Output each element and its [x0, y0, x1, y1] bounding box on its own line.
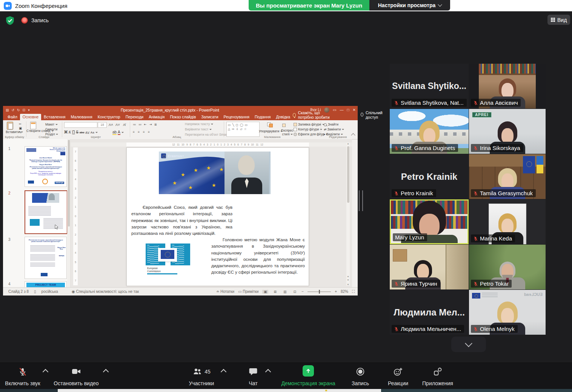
shrink-font-icon: A˅	[115, 122, 120, 127]
apps-button[interactable]: Приложения	[418, 367, 457, 386]
tab-home: Основне	[20, 114, 41, 120]
share-screen-icon	[303, 365, 314, 377]
muted-mic-icon	[473, 145, 478, 151]
view-button[interactable]: Вид	[547, 15, 570, 25]
chat-button[interactable]: Чат	[241, 367, 265, 386]
shared-screen-scroll-handle[interactable]	[359, 190, 363, 211]
participant-name-label: Petro Tokar	[471, 280, 512, 288]
mic-muted-icon	[18, 367, 27, 376]
thumbnail-scrollbar[interactable]	[67, 139, 70, 288]
muted-mic-icon	[473, 191, 478, 196]
align-text-button: Вирівняти текст	[185, 127, 212, 131]
unmute-button[interactable]: Включить звук	[3, 367, 42, 386]
participants-button[interactable]: 45 Участники	[184, 367, 219, 386]
participants-icon	[192, 368, 202, 376]
participant-tile-petro-tokar[interactable]: Petro Tokar	[469, 245, 546, 289]
chat-options-chevron[interactable]	[265, 369, 271, 375]
t3-side1: Модуль Жана Моне	[57, 247, 66, 250]
clear-format-icon: A̸	[123, 122, 125, 127]
aprei-badge: APREI	[472, 112, 492, 118]
zoom-slider	[308, 291, 331, 292]
zoom-out-icon: −	[301, 289, 304, 294]
replace-button: ⇄ Замінити	[324, 127, 344, 131]
shared-screen-powerpoint: ▤↺↻⊡▾ Презентація_25травня_круглий стіл.…	[3, 106, 358, 296]
more-participants-button[interactable]	[451, 337, 486, 352]
jean-monnet-portrait	[224, 152, 269, 194]
cut-icon: ✂	[19, 122, 22, 126]
t3-zunu-logo	[41, 273, 48, 276]
thumb-number-2: 2	[8, 191, 11, 195]
share-screen-button[interactable]: Демонстрация экрана	[278, 367, 339, 386]
participant-tile-petro-krainik[interactable]: Petro Krainik Petro Krainik	[390, 154, 469, 199]
desktop-sliver-window	[58, 389, 381, 392]
view-button-label: Вид	[557, 17, 567, 23]
participant-tile-olena-melnyk[interactable]: EUCLead Olena Melnyk	[469, 290, 546, 335]
participant-name-label: Marina Keda	[471, 234, 515, 242]
font-color-buttons: ab A	[112, 130, 124, 134]
slide-sorter-icon: ⊞	[272, 290, 278, 294]
thumb-number-4: 4	[8, 282, 11, 286]
video-options-chevron[interactable]	[103, 369, 109, 375]
slide-thumbnail-3: «Регіональна інтеграція: європейський бе…	[25, 237, 67, 279]
record-icon	[356, 367, 365, 376]
language-indicator: російська	[42, 289, 58, 294]
shape-fill-icon	[294, 123, 297, 126]
copy-icon: ▣	[19, 126, 22, 130]
t1-line3: Модуль Жана Моне	[27, 164, 64, 165]
erasmus-logo: Erasmus+	[161, 153, 184, 158]
security-shield-icon[interactable]	[5, 15, 15, 27]
participant-tile-mary-lyzun-active-speaker[interactable]: Mary Lyzun	[390, 199, 469, 244]
slide-workspace: 12 11 10 9 8 7 6 5 4 3 2 1 0 1 2 3 4 5 6…	[71, 139, 352, 288]
participant-name-label: Tamila Gerasymchuk	[471, 189, 536, 197]
participant-tile-tamila-gerasymchuk[interactable]: Tamila Gerasymchuk	[469, 154, 546, 199]
quick-styles-icon	[282, 123, 287, 127]
slide-thumbnail-2-selected	[25, 190, 68, 234]
zoom-app-icon	[4, 2, 12, 10]
camera-icon	[71, 368, 81, 376]
t1-line4: «Регіональна інтеграція: європейський бе…	[27, 166, 64, 170]
participants-count: 45	[205, 369, 211, 375]
slide-scrollbar[interactable]: ▲ ▲▼▼	[346, 142, 350, 286]
muted-mic-icon	[473, 236, 478, 241]
muted-mic-icon	[473, 100, 478, 106]
tab-file: Файл	[5, 114, 20, 120]
thumb-number-3: 3	[8, 237, 11, 242]
view-settings-dropdown[interactable]: Настройки просмотра	[369, 0, 450, 11]
tell-me-label: Скажіть, що потрібно зробити	[298, 110, 331, 119]
reactions-button[interactable]: Реакции	[382, 367, 414, 386]
participant-tile-alla-avsiyevych[interactable]: Алла Авсієвич	[469, 64, 546, 109]
participant-name-label: Ярина Турчин	[392, 280, 440, 288]
recording-label: Запись	[31, 17, 49, 23]
tab-review: Рецензування	[221, 114, 252, 120]
participant-tile-ganna-duginets[interactable]: Prof. Ganna Duginets	[390, 109, 469, 154]
slides-group-label: Слайди	[26, 135, 62, 139]
paragraph-group-label: Абзац	[130, 135, 224, 139]
paste-icon	[7, 122, 13, 130]
t3-par3	[30, 263, 55, 267]
stop-video-button[interactable]: Остановить видео	[50, 367, 103, 386]
desktop-sliver-left	[0, 389, 58, 392]
normal-view-icon: ▣	[262, 290, 268, 294]
participant-tile-irina-sikorskaya[interactable]: APREI Irina Sikorskaya	[469, 109, 546, 154]
participant-tile-svitlana-shytikova[interactable]: Svitlana Shytiko... Svitlana Shytikova, …	[390, 64, 469, 109]
gallery-grid-icon	[551, 18, 555, 22]
slide-counter: Слайд 2 з 8	[8, 289, 29, 294]
record-button[interactable]: Запись	[346, 367, 374, 386]
apps-icon	[433, 367, 442, 376]
tab-slideshow: Показ слайдів	[167, 114, 198, 120]
slideshow-icon: ⊡	[23, 108, 26, 112]
mini-portrait	[49, 193, 55, 200]
align-buttons: ≡ ≡ ≡ ≡	[133, 130, 151, 134]
view-settings-label: Настройки просмотра	[378, 2, 435, 8]
find-icon	[324, 123, 327, 126]
font-size-box: 18	[98, 122, 107, 128]
intl-mini-logo: МІЖНАРОДНІ	[55, 182, 64, 184]
new-slide-button: Створити слайд	[26, 129, 44, 133]
participants-options-chevron[interactable]	[221, 369, 227, 375]
audio-options-chevron[interactable]	[43, 369, 49, 375]
eu-flag	[523, 156, 535, 173]
participant-tile-marina-keda[interactable]: Marina Keda	[469, 199, 546, 244]
t1-line2: "Regional integration: European benchmar…	[27, 159, 64, 163]
participant-tile-yaryna-turchyn[interactable]: Ярина Турчин	[390, 245, 469, 289]
participant-tile-lyudmyla-melnychenko[interactable]: Людмила Мел... Людмила Мельничен...	[390, 290, 469, 335]
